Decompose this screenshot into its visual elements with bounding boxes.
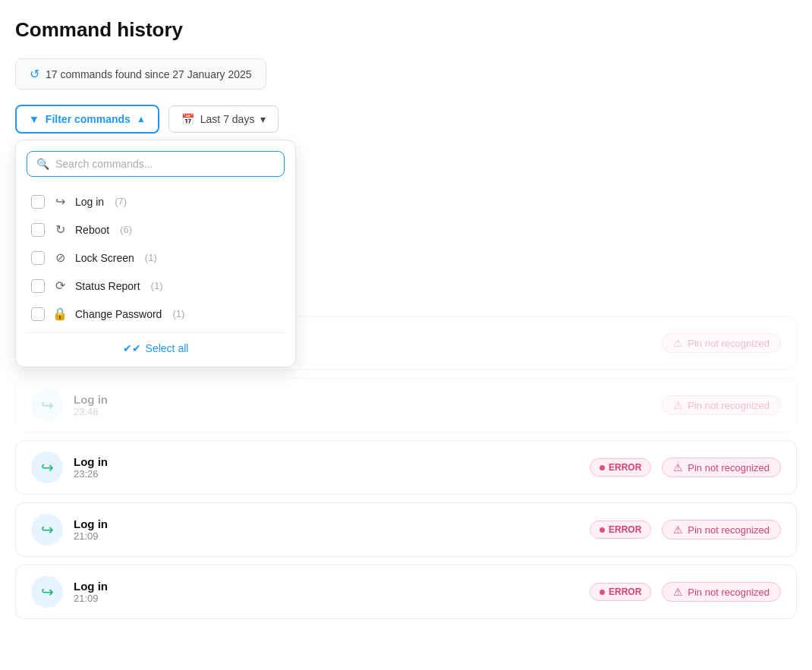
checkbox-reboot[interactable] [31,223,45,237]
filter-item-login[interactable]: ↪ Log in (7) [27,187,285,215]
date-range-button[interactable]: 📅 Last 7 days ▾ [168,105,279,133]
toolbar: ▼ Filter commands ▲ 📅 Last 7 days ▾ 🔍 ↪ … [15,105,797,134]
filter-item-reboot[interactable]: ↻ Reboot (6) [27,215,285,244]
select-all-button[interactable]: ✔✔ Select all [123,342,189,354]
filter-commands-button[interactable]: ▼ Filter commands ▲ [15,105,159,134]
date-label: Last 7 days [200,113,255,125]
cmd-time: 21:09 [74,593,579,604]
date-chevron-icon: ▾ [260,113,266,125]
filter-label-reboot: Reboot [75,224,109,236]
login-arrow-icon: ↪ [41,458,54,477]
filter-label-lockscreen: Lock Screen [75,252,134,264]
table-row: ↪ Log in 21:09 ERROR ⚠ Pin not recognize… [15,565,797,619]
reboot-icon: ↻ [52,222,68,237]
checkbox-lockscreen[interactable] [31,251,45,265]
login-arrow-icon: ↪ [41,583,54,601]
filter-count-statusreport: (1) [151,280,163,291]
filter-item-changepassword[interactable]: 🔒 Change Password (1) [27,300,285,328]
filter-count-changepassword: (1) [172,308,184,319]
avatar: ↪ [31,514,63,546]
checkbox-statusreport[interactable] [31,279,45,293]
pin-not-recognized-badge: ⚠ Pin not recognized [662,333,781,353]
cmd-info: Log in 21:09 [74,517,579,542]
filter-item-statusreport[interactable]: ⟳ Status Report (1) [27,272,285,300]
filter-label-statusreport: Status Report [75,280,140,292]
select-all-row: ✔✔ Select all [27,332,285,354]
error-circle-icon: ⚠ [673,461,683,473]
commands-found-text: 17 commands found since 27 January 2025 [46,68,252,80]
filter-count-login: (7) [115,196,127,207]
pin-not-recognized-badge: ⚠ Pin not recognized [662,520,781,539]
table-row: ↪ Log in 23:48 ⚠ Pin not recognized [15,378,797,433]
filter-icon: ▼ [29,113,39,125]
cmd-name: Log in [74,580,579,593]
select-all-checkmark-icon: ✔✔ [123,342,141,354]
pin-not-recognized-badge: ⚠ Pin not recognized [662,582,781,602]
error-dot-icon [600,527,605,533]
filter-chevron-icon: ▲ [137,114,146,124]
pin-not-recognized-badge: ⚠ Pin not recognized [662,395,781,415]
avatar: ↪ [31,576,63,608]
error-badge: ERROR [590,458,651,477]
error-circle-icon: ⚠ [673,399,683,411]
history-icon: ↺ [30,67,39,81]
cmd-info: Log in 23:26 [74,455,579,480]
login-icon: ↪ [52,194,68,209]
checkbox-changepassword[interactable] [31,307,45,321]
table-row: ↪ Log in 23:26 ERROR ⚠ Pin not recognize… [15,440,797,495]
error-circle-icon: ⚠ [673,524,683,536]
login-arrow-icon: ↪ [41,396,54,414]
search-input[interactable] [55,158,275,170]
checkbox-login[interactable] [31,195,45,209]
commands-found-badge: ↺ 17 commands found since 27 January 202… [15,58,266,90]
filter-count-lockscreen: (1) [145,252,157,263]
page-title: Command history [15,18,797,42]
filter-label: Filter commands [46,113,131,125]
avatar: ↪ [31,451,63,483]
calendar-icon: 📅 [181,113,194,125]
cmd-name: Log in [74,455,579,468]
status-report-icon: ⟳ [52,278,68,293]
cmd-name: Log in [74,393,651,406]
search-icon: 🔍 [36,158,49,170]
filter-label-changepassword: Change Password [75,308,162,320]
login-arrow-icon: ↪ [41,521,54,539]
filter-dropdown: 🔍 ↪ Log in (7) ↻ Reboot (6) ⊘ Lock Scree… [15,140,296,367]
filter-item-lockscreen[interactable]: ⊘ Lock Screen (1) [27,244,285,272]
password-icon: 🔒 [52,307,68,321]
table-row: ↪ Log in 21:09 ERROR ⚠ Pin not recognize… [15,502,797,557]
search-box: 🔍 [27,151,285,177]
pin-not-recognized-badge: ⚠ Pin not recognized [662,458,781,477]
select-all-label: Select all [146,342,189,354]
cmd-name: Log in [74,517,579,530]
error-circle-icon: ⚠ [673,337,683,349]
cmd-info: Log in 23:48 [74,393,651,417]
error-dot-icon [600,590,605,595]
error-badge: ERROR [590,583,651,601]
lock-screen-icon: ⊘ [52,250,68,265]
filter-count-reboot: (6) [120,224,132,235]
cmd-info: Log in 21:09 [74,580,579,604]
error-circle-icon: ⚠ [673,586,683,598]
cmd-time: 23:48 [74,406,651,417]
filter-label-login: Log in [75,196,104,208]
cmd-time: 21:09 [74,530,579,542]
avatar: ↪ [31,389,63,421]
error-badge: ERROR [590,521,651,539]
error-dot-icon [600,465,605,470]
cmd-time: 23:26 [74,468,579,480]
